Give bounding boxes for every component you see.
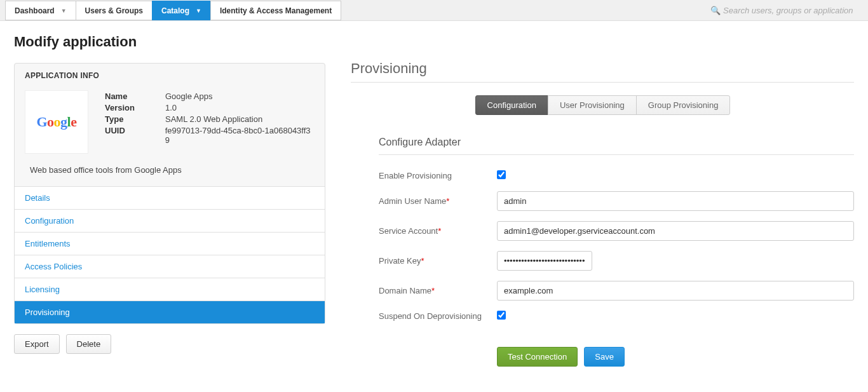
app-info-header: APPLICATION INFO xyxy=(15,64,325,84)
form-title: Configure Adapter xyxy=(379,137,854,148)
search-input[interactable] xyxy=(723,6,863,15)
info-value: Google Apps xyxy=(165,91,212,101)
search-icon: 🔍 xyxy=(710,6,721,15)
app-description: Web based office tools from Google Apps xyxy=(30,165,315,175)
info-key: UUID xyxy=(105,126,165,145)
nav-tab-label: Catalog xyxy=(161,6,189,15)
google-logo-icon: Google xyxy=(36,114,76,130)
info-table: NameGoogle Apps Version1.0 TypeSAML 2.0 … xyxy=(105,91,315,154)
nav-tab-users-groups[interactable]: Users & Groups xyxy=(76,1,153,20)
form-actions: Test Connection Save xyxy=(497,347,854,367)
section-title: Provisioning xyxy=(351,60,854,77)
side-nav-licensing[interactable]: Licensing xyxy=(15,278,325,301)
side-nav: Details Configuration Entitlements Acces… xyxy=(15,186,325,323)
test-connection-button[interactable]: Test Connection xyxy=(497,347,578,367)
subtab-configuration[interactable]: Configuration xyxy=(475,95,548,115)
info-value: 1.0 xyxy=(165,103,177,112)
nav-tab-identity-access[interactable]: Identity & Access Management xyxy=(210,1,341,20)
side-nav-entitlements[interactable]: Entitlements xyxy=(15,232,325,255)
nav-tab-label: Identity & Access Management xyxy=(220,6,332,15)
admin-user-name-input[interactable] xyxy=(497,191,854,211)
suspend-deprovisioning-label: Suspend On Deprovisioning xyxy=(379,311,497,321)
info-key: Version xyxy=(105,103,165,112)
info-value: SAML 2.0 Web Application xyxy=(165,114,262,124)
enable-provisioning-label: Enable Provisioning xyxy=(379,171,497,180)
nav-tab-label: Dashboard xyxy=(15,6,55,15)
service-account-label: Service Account* xyxy=(379,226,497,236)
nav-tab-label: Users & Groups xyxy=(85,6,143,15)
delete-button[interactable]: Delete xyxy=(66,334,112,354)
nav-tab-catalog[interactable]: Catalog ▼ xyxy=(152,1,211,20)
info-value: fe997013-79dd-45ca-8bc0-1a068043ff39 xyxy=(165,126,315,145)
chevron-down-icon: ▼ xyxy=(196,8,201,14)
subtabs: Configuration User Provisioning Group Pr… xyxy=(351,95,854,115)
nav-tab-dashboard[interactable]: Dashboard ▼ xyxy=(5,1,76,20)
subtab-group-provisioning[interactable]: Group Provisioning xyxy=(636,95,731,115)
divider xyxy=(351,82,854,83)
domain-name-input[interactable] xyxy=(497,281,854,301)
divider xyxy=(379,154,854,155)
chevron-down-icon: ▼ xyxy=(61,8,67,14)
service-account-input[interactable] xyxy=(497,221,854,241)
admin-user-name-label: Admin User Name* xyxy=(379,196,497,206)
top-nav: Dashboard ▼ Users & Groups Catalog ▼ Ide… xyxy=(0,0,868,21)
info-key: Type xyxy=(105,114,165,124)
subtab-user-provisioning[interactable]: User Provisioning xyxy=(548,95,637,115)
domain-name-label: Domain Name* xyxy=(379,286,497,295)
export-button[interactable]: Export xyxy=(14,334,60,354)
search-container: 🔍 xyxy=(705,0,868,20)
side-nav-details[interactable]: Details xyxy=(15,186,325,209)
suspend-deprovisioning-checkbox[interactable] xyxy=(497,311,506,320)
info-key: Name xyxy=(105,91,165,101)
side-nav-access-policies[interactable]: Access Policies xyxy=(15,255,325,278)
enable-provisioning-checkbox[interactable] xyxy=(497,170,506,179)
private-key-label: Private Key* xyxy=(379,256,497,266)
side-nav-configuration[interactable]: Configuration xyxy=(15,209,325,232)
page-title: Modify application xyxy=(14,34,325,50)
app-logo: Google xyxy=(25,90,88,154)
side-nav-provisioning[interactable]: Provisioning xyxy=(15,301,325,323)
app-info-panel: APPLICATION INFO Google NameGoogle Apps … xyxy=(14,63,325,324)
private-key-input[interactable] xyxy=(497,251,592,271)
save-button[interactable]: Save xyxy=(584,347,625,367)
left-actions: Export Delete xyxy=(14,334,325,354)
